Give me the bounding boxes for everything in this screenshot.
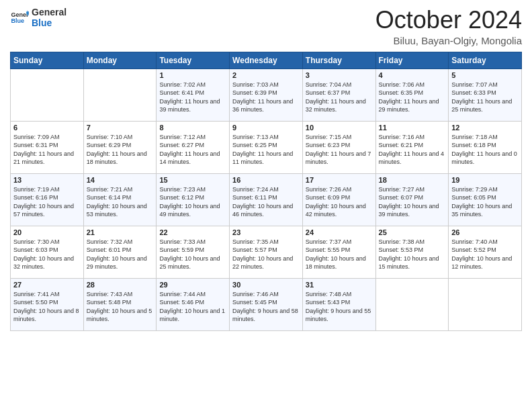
day-info: Sunrise: 7:07 AM Sunset: 6:33 PM Dayligh… [451, 81, 519, 114]
day-cell: 19Sunrise: 7:29 AM Sunset: 6:05 PM Dayli… [449, 173, 522, 226]
day-cell: 8Sunrise: 7:12 AM Sunset: 6:27 PM Daylig… [157, 121, 230, 173]
day-info: Sunrise: 7:06 AM Sunset: 6:35 PM Dayligh… [379, 81, 446, 114]
day-info: Sunrise: 7:23 AM Sunset: 6:12 PM Dayligh… [159, 185, 226, 219]
day-info: Sunrise: 7:43 AM Sunset: 5:48 PM Dayligh… [87, 290, 154, 324]
day-number: 27 [13, 281, 81, 289]
day-number: 4 [379, 71, 446, 79]
day-info: Sunrise: 7:18 AM Sunset: 6:18 PM Dayligh… [451, 133, 519, 167]
day-cell: 15Sunrise: 7:23 AM Sunset: 6:12 PM Dayli… [157, 173, 230, 226]
day-info: Sunrise: 7:27 AM Sunset: 6:07 PM Dayligh… [379, 185, 446, 219]
day-number: 28 [87, 281, 154, 289]
day-cell: 3Sunrise: 7:04 AM Sunset: 6:37 PM Daylig… [302, 68, 375, 121]
day-number: 22 [159, 228, 226, 236]
day-cell: 11Sunrise: 7:16 AM Sunset: 6:21 PM Dayli… [375, 121, 449, 173]
day-number: 6 [13, 124, 81, 132]
day-info: Sunrise: 7:44 AM Sunset: 5:46 PM Dayligh… [159, 290, 226, 324]
week-row-1: 1Sunrise: 7:02 AM Sunset: 6:41 PM Daylig… [11, 68, 522, 121]
day-cell: 9Sunrise: 7:13 AM Sunset: 6:25 PM Daylig… [230, 121, 303, 173]
day-cell: 18Sunrise: 7:27 AM Sunset: 6:07 PM Dayli… [375, 173, 449, 226]
day-number: 15 [159, 176, 226, 184]
day-info: Sunrise: 7:35 AM Sunset: 5:57 PM Dayligh… [232, 238, 300, 271]
day-cell: 4Sunrise: 7:06 AM Sunset: 6:35 PM Daylig… [375, 68, 449, 121]
day-number: 7 [87, 124, 154, 132]
day-number: 18 [379, 176, 446, 184]
day-number: 14 [87, 176, 154, 184]
day-cell: 10Sunrise: 7:15 AM Sunset: 6:23 PM Dayli… [302, 121, 375, 173]
day-cell: 27Sunrise: 7:41 AM Sunset: 5:50 PM Dayli… [11, 278, 84, 330]
page: General Blue General Blue October 2024 B… [0, 0, 532, 411]
day-number: 1 [159, 71, 226, 79]
day-cell: 25Sunrise: 7:38 AM Sunset: 5:53 PM Dayli… [375, 226, 449, 278]
day-info: Sunrise: 7:41 AM Sunset: 5:50 PM Dayligh… [13, 290, 81, 324]
day-cell [449, 278, 522, 330]
week-row-2: 6Sunrise: 7:09 AM Sunset: 6:31 PM Daylig… [11, 121, 522, 173]
day-number: 2 [232, 71, 300, 79]
day-number: 29 [159, 281, 226, 289]
day-cell: 30Sunrise: 7:46 AM Sunset: 5:45 PM Dayli… [230, 278, 303, 330]
day-cell: 22Sunrise: 7:33 AM Sunset: 5:59 PM Dayli… [157, 226, 230, 278]
day-cell: 16Sunrise: 7:24 AM Sunset: 6:11 PM Dayli… [230, 173, 303, 226]
day-cell: 23Sunrise: 7:35 AM Sunset: 5:57 PM Dayli… [230, 226, 303, 278]
day-number: 8 [159, 124, 226, 132]
day-number: 17 [306, 176, 373, 184]
day-cell: 1Sunrise: 7:02 AM Sunset: 6:41 PM Daylig… [157, 68, 230, 121]
day-number: 3 [306, 71, 373, 79]
day-info: Sunrise: 7:24 AM Sunset: 6:11 PM Dayligh… [232, 185, 300, 219]
day-info: Sunrise: 7:30 AM Sunset: 6:03 PM Dayligh… [13, 238, 81, 271]
day-cell: 6Sunrise: 7:09 AM Sunset: 6:31 PM Daylig… [11, 121, 84, 173]
day-number: 25 [379, 228, 446, 236]
day-cell: 13Sunrise: 7:19 AM Sunset: 6:16 PM Dayli… [11, 173, 84, 226]
day-number: 19 [451, 176, 519, 184]
svg-text:Blue: Blue [11, 17, 24, 24]
day-cell: 12Sunrise: 7:18 AM Sunset: 6:18 PM Dayli… [449, 121, 522, 173]
day-cell: 29Sunrise: 7:44 AM Sunset: 5:46 PM Dayli… [157, 278, 230, 330]
week-row-3: 13Sunrise: 7:19 AM Sunset: 6:16 PM Dayli… [11, 173, 522, 226]
day-number: 16 [232, 176, 300, 184]
day-cell: 28Sunrise: 7:43 AM Sunset: 5:48 PM Dayli… [83, 278, 157, 330]
day-number: 23 [232, 228, 300, 236]
day-info: Sunrise: 7:03 AM Sunset: 6:39 PM Dayligh… [232, 81, 300, 114]
day-number: 31 [306, 281, 373, 289]
month-title: October 2024 [375, 7, 522, 34]
day-number: 5 [451, 71, 519, 79]
day-info: Sunrise: 7:04 AM Sunset: 6:37 PM Dayligh… [306, 81, 373, 114]
day-number: 21 [87, 228, 154, 236]
day-number: 13 [13, 176, 81, 184]
day-number: 24 [306, 228, 373, 236]
day-cell [375, 278, 449, 330]
day-cell: 20Sunrise: 7:30 AM Sunset: 6:03 PM Dayli… [11, 226, 84, 278]
day-info: Sunrise: 7:19 AM Sunset: 6:16 PM Dayligh… [13, 185, 81, 219]
week-row-4: 20Sunrise: 7:30 AM Sunset: 6:03 PM Dayli… [11, 226, 522, 278]
day-info: Sunrise: 7:33 AM Sunset: 5:59 PM Dayligh… [159, 238, 226, 271]
day-cell: 26Sunrise: 7:40 AM Sunset: 5:52 PM Dayli… [449, 226, 522, 278]
day-number: 20 [13, 228, 81, 236]
day-number: 26 [451, 228, 519, 236]
weekday-header-tuesday: Tuesday [157, 52, 230, 68]
day-number: 10 [306, 124, 373, 132]
day-number: 30 [232, 281, 300, 289]
weekday-header-friday: Friday [375, 52, 449, 68]
day-info: Sunrise: 7:10 AM Sunset: 6:29 PM Dayligh… [87, 133, 154, 167]
weekday-header-thursday: Thursday [302, 52, 375, 68]
day-info: Sunrise: 7:02 AM Sunset: 6:41 PM Dayligh… [159, 81, 226, 114]
day-info: Sunrise: 7:13 AM Sunset: 6:25 PM Dayligh… [232, 133, 300, 167]
calendar-table: SundayMondayTuesdayWednesdayThursdayFrid… [10, 52, 522, 331]
day-info: Sunrise: 7:37 AM Sunset: 5:55 PM Dayligh… [306, 238, 373, 271]
logo: General Blue General Blue [10, 7, 66, 28]
week-row-5: 27Sunrise: 7:41 AM Sunset: 5:50 PM Dayli… [11, 278, 522, 330]
weekday-header-sunday: Sunday [11, 52, 84, 68]
header: General Blue General Blue October 2024 B… [10, 7, 522, 46]
day-info: Sunrise: 7:29 AM Sunset: 6:05 PM Dayligh… [451, 185, 519, 219]
day-info: Sunrise: 7:38 AM Sunset: 5:53 PM Dayligh… [379, 238, 446, 271]
weekday-row: SundayMondayTuesdayWednesdayThursdayFrid… [11, 52, 522, 68]
day-cell: 14Sunrise: 7:21 AM Sunset: 6:14 PM Dayli… [83, 173, 157, 226]
day-cell: 31Sunrise: 7:48 AM Sunset: 5:43 PM Dayli… [302, 278, 375, 330]
day-info: Sunrise: 7:48 AM Sunset: 5:43 PM Dayligh… [306, 290, 373, 324]
logo-line2: Blue [32, 17, 66, 28]
day-cell [11, 68, 84, 121]
day-cell: 21Sunrise: 7:32 AM Sunset: 6:01 PM Dayli… [83, 226, 157, 278]
day-info: Sunrise: 7:46 AM Sunset: 5:45 PM Dayligh… [232, 290, 300, 324]
day-info: Sunrise: 7:26 AM Sunset: 6:09 PM Dayligh… [306, 185, 373, 219]
day-info: Sunrise: 7:21 AM Sunset: 6:14 PM Dayligh… [87, 185, 154, 219]
weekday-header-saturday: Saturday [449, 52, 522, 68]
